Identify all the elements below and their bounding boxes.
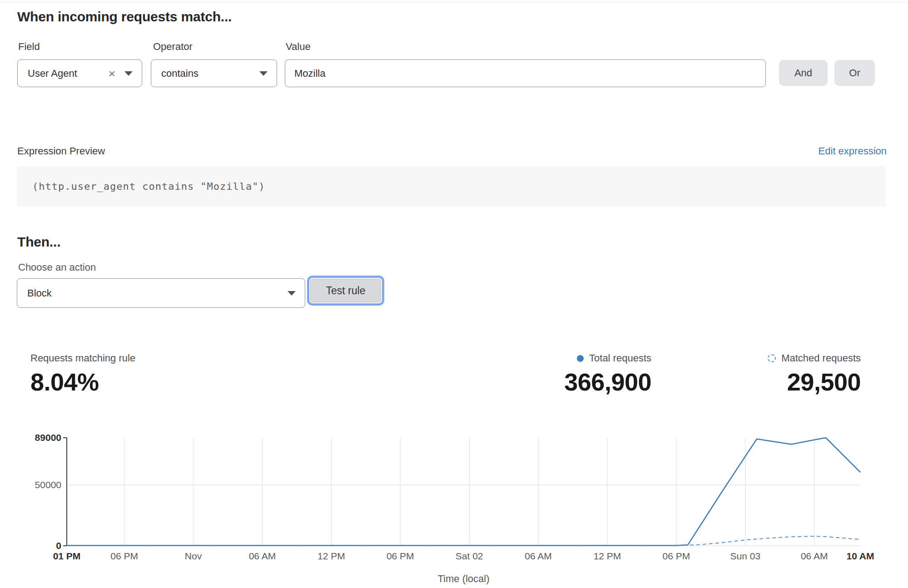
x-tick-label: 06 AM: [249, 551, 276, 561]
field-label: Field: [18, 41, 40, 53]
legend-dashed-circle-icon: [768, 354, 776, 362]
edit-expression-link[interactable]: Edit expression: [819, 145, 887, 157]
requests-chart: 01 PM06 PMNov06 AM12 PM06 PMSat 0206 AM1…: [0, 422, 908, 588]
chevron-down-icon: [259, 71, 268, 76]
x-tick-label: 06 PM: [110, 551, 138, 561]
series-dashed: [67, 536, 860, 546]
x-tick-label: 10 AM: [846, 551, 874, 561]
matched-requests-stat: Matched requests 29,500: [768, 352, 861, 396]
x-tick-label: Sun 03: [730, 551, 761, 561]
x-tick-label: 06 AM: [801, 551, 828, 561]
test-rule-button[interactable]: Test rule: [310, 279, 381, 302]
matched-requests-value: 29,500: [768, 368, 861, 396]
operator-select[interactable]: contains: [151, 59, 277, 87]
requests-time-series: 01 PM06 PMNov06 AM12 PM06 PMSat 0206 AM1…: [0, 422, 908, 588]
x-tick-label: 06 AM: [525, 551, 552, 561]
choose-action-label: Choose an action: [18, 262, 96, 273]
expression-code: (http.user_agent contains "Mozilla"): [17, 166, 886, 207]
action-select[interactable]: Block: [17, 278, 305, 308]
total-requests-label: Total requests: [589, 352, 651, 364]
requests-matching-value: 8.04%: [30, 368, 135, 396]
action-select-value: Block: [27, 287, 288, 299]
operator-label: Operator: [153, 41, 193, 53]
x-tick-label: Sat 02: [456, 551, 483, 561]
requests-matching-label: Requests matching rule: [30, 352, 135, 364]
and-button[interactable]: And: [779, 60, 828, 86]
value-input[interactable]: [285, 59, 766, 87]
legend-dot-icon: [577, 355, 584, 362]
y-tick-label: 50000: [35, 479, 61, 490]
firewall-rule-builder-page: When incoming requests match... Field Op…: [0, 0, 908, 588]
or-button[interactable]: Or: [834, 60, 875, 86]
then-heading: Then...: [17, 234, 60, 250]
requests-matching-stat: Requests matching rule 8.04%: [30, 352, 135, 396]
total-requests-stat: Total requests 366,900: [564, 352, 651, 396]
x-tick-label: Nov: [185, 551, 202, 561]
clear-icon[interactable]: ×: [109, 68, 115, 79]
x-tick-label: 06 PM: [387, 551, 414, 561]
value-label: Value: [286, 41, 311, 53]
field-select-value: User Agent: [28, 68, 109, 79]
field-select[interactable]: User Agent ×: [17, 59, 142, 87]
operator-select-value: contains: [161, 68, 259, 79]
x-tick-label: 01 PM: [53, 551, 81, 561]
expression-preview-label: Expression Preview: [17, 145, 105, 157]
y-tick-label: 89000: [35, 432, 61, 443]
top-divider: [0, 2, 908, 3]
x-tick-label: 12 PM: [318, 551, 345, 561]
x-axis-title: Time (local): [437, 573, 489, 584]
y-tick-label: 0: [56, 540, 61, 551]
expression-code-block: (http.user_agent contains "Mozilla"): [17, 166, 886, 207]
chevron-down-icon: [288, 291, 296, 296]
page-title: When incoming requests match...: [17, 9, 232, 25]
x-tick-label: 06 PM: [663, 551, 690, 561]
x-tick-label: 12 PM: [594, 551, 621, 561]
total-requests-value: 366,900: [564, 368, 651, 396]
matched-requests-label: Matched requests: [781, 352, 861, 364]
series-solid: [67, 438, 860, 545]
chevron-down-icon: [124, 71, 133, 76]
